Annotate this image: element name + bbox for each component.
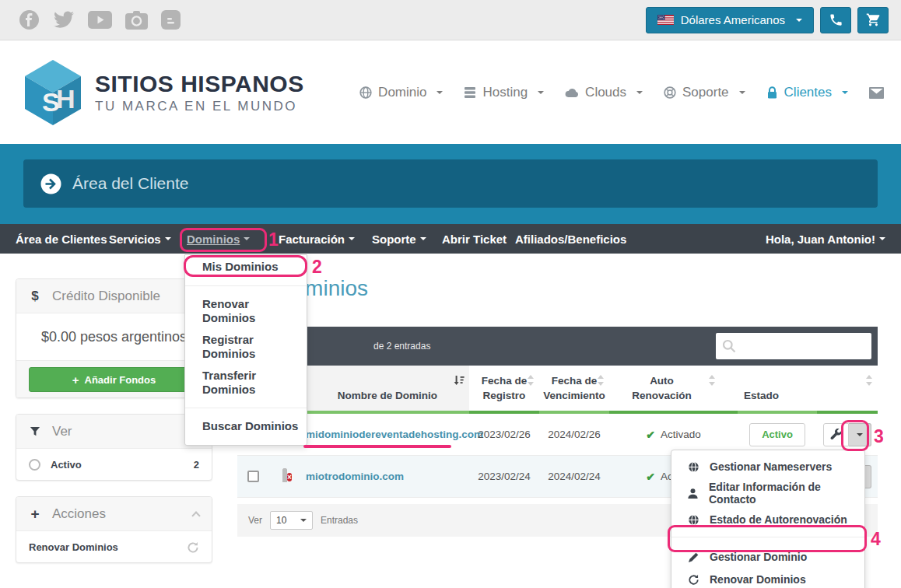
sort-desc-icon[interactable] xyxy=(454,375,465,390)
currency-selector[interactable]: Dólares Americanos xyxy=(646,7,814,33)
action-renovar-dominios[interactable]: Renovar Dominios xyxy=(16,531,212,563)
site-header: SH SITIOS HISPANOS TU MARCA EN EL MUNDO … xyxy=(0,41,901,144)
nav-dominio[interactable]: Dominio xyxy=(359,85,443,100)
row-checkbox-cell xyxy=(237,471,268,482)
header-estado[interactable]: Estado xyxy=(738,366,817,414)
row-lock-cell: × xyxy=(268,471,306,483)
actions-header: + Acciones xyxy=(16,497,212,531)
navbar-abrir-ticket[interactable]: Abrir Ticket xyxy=(442,224,507,254)
navbar-afiliados[interactable]: Afiliados/Beneficios xyxy=(515,224,626,254)
menu-item-renovar-dominios[interactable]: Renovar Dominios xyxy=(671,569,864,588)
domain-name-cell: midominiodereventadehosting.com xyxy=(306,429,469,440)
header-actions-column xyxy=(817,366,878,414)
nav-label: Clientes xyxy=(784,85,832,100)
page-size-value: 10 xyxy=(276,515,286,526)
chevron-down-icon xyxy=(165,237,171,243)
menu-item-gestionar-nameservers[interactable]: Gestionar Nameservers xyxy=(671,457,864,477)
domain-link[interactable]: miotrodominio.com xyxy=(306,471,404,482)
menu-item-registrar-dominios[interactable]: Registrar Dominios xyxy=(185,329,307,365)
chevron-down-icon xyxy=(739,91,745,97)
youtube-icon[interactable] xyxy=(88,11,112,29)
filter-icon xyxy=(29,426,41,437)
menu-item-editar-contacto[interactable]: Editar Información de Contacto xyxy=(671,477,864,509)
sort-updown-icon[interactable] xyxy=(597,375,605,390)
header-fecha-de-vencimiento[interactable]: Fecha de Vencimiento xyxy=(539,366,609,414)
add-funds-button[interactable]: + Añadir Fondos xyxy=(29,367,199,392)
navbar-dominios[interactable]: Dominios xyxy=(187,224,250,254)
cart-button[interactable] xyxy=(857,7,889,33)
nav-clientes[interactable]: Clientes xyxy=(766,85,848,100)
chevron-down-icon xyxy=(857,433,863,439)
nav-clouds[interactable]: Clouds xyxy=(565,85,643,100)
registered-date-cell: 2023/02/26 xyxy=(469,429,539,440)
menu-item-label: Estado de Autorenovación xyxy=(710,513,847,526)
dollar-icon: $ xyxy=(29,289,41,304)
credit-card: $ Crédito Disponible $0.00 pesos argenti… xyxy=(16,278,212,398)
navbar-soporte[interactable]: Soporte xyxy=(372,224,426,254)
phone-icon xyxy=(829,12,843,27)
sort-updown-icon[interactable] xyxy=(865,375,873,390)
menu-item-estado-autorenovacion[interactable]: Estado de Autorenovación xyxy=(671,509,864,530)
navbar-label: Área de Clientes xyxy=(16,233,107,246)
cloud-icon xyxy=(565,87,579,98)
menu-item-gestionar-dominio[interactable]: Gestionar Dominio xyxy=(671,544,864,569)
us-flag-icon xyxy=(657,15,674,25)
manage-wrench-button[interactable] xyxy=(823,423,849,446)
status-badge-button[interactable]: Activo xyxy=(749,423,805,446)
client-navbar: Área de Clientes Servicios Dominios Fact… xyxy=(0,224,901,254)
search-box xyxy=(716,333,871,359)
chevron-down-icon xyxy=(796,19,802,25)
chevron-up-icon[interactable] xyxy=(191,511,200,520)
header-label: Nombre de Dominio xyxy=(338,388,437,404)
user-greeting-menu[interactable]: Hola, Juan Antonio! xyxy=(766,224,885,254)
view-filter-header: Ver xyxy=(16,415,212,449)
client-area-banner: Área del Cliente xyxy=(0,144,901,224)
menu-item-buscar-dominios[interactable]: Buscar Dominios xyxy=(185,415,307,437)
page-size-select[interactable]: 10 xyxy=(270,511,313,530)
table-header: Nombre de Dominio Fecha de Registro Fech… xyxy=(237,366,878,414)
sort-updown-icon[interactable] xyxy=(708,375,716,390)
twitter-icon[interactable] xyxy=(53,11,75,30)
row-checkbox[interactable] xyxy=(247,471,259,482)
refresh-icon xyxy=(187,541,199,554)
header-fecha-de-registro[interactable]: Fecha de Registro xyxy=(469,366,539,414)
navbar-label: Afiliados/Beneficios xyxy=(515,233,626,246)
blogger-icon[interactable] xyxy=(161,10,181,30)
row-actions-dropdown-toggle[interactable] xyxy=(849,423,871,446)
menu-item-mis-dominios[interactable]: Mis Dominios xyxy=(185,255,307,278)
header-label: Estado xyxy=(744,388,779,404)
logo[interactable]: SH SITIOS HISPANOS TU MARCA EN EL MUNDO xyxy=(23,60,304,125)
chevron-down-icon xyxy=(879,237,885,243)
banner-title: Área del Cliente xyxy=(72,174,188,193)
credit-footer: + Añadir Fondos xyxy=(16,360,212,398)
auto-renew-label: Activado xyxy=(661,429,701,440)
instagram-camera-icon[interactable] xyxy=(125,11,148,30)
nav-soporte[interactable]: Soporte xyxy=(664,85,745,100)
phone-button[interactable] xyxy=(820,7,851,33)
domain-link[interactable]: midominiodereventadehosting.com xyxy=(306,429,483,440)
actions-card: + Acciones Renovar Dominios xyxy=(16,496,212,563)
header-auto-renovacion[interactable]: Auto Renovación xyxy=(609,366,738,414)
refresh-icon xyxy=(687,574,699,586)
navbar-facturacion[interactable]: Facturación xyxy=(279,224,355,254)
navbar-servicios[interactable]: Servicios xyxy=(109,224,171,254)
registered-date-cell: 2023/02/24 xyxy=(469,471,539,482)
search-icon xyxy=(722,339,736,353)
chevron-down-icon xyxy=(636,91,643,97)
nav-label: Hosting xyxy=(482,85,528,100)
header-nombre-de-dominio[interactable]: Nombre de Dominio xyxy=(306,366,469,414)
menu-item-renovar-dominios[interactable]: Renovar Dominios xyxy=(185,293,307,329)
actions-title: Acciones xyxy=(52,506,106,522)
radio-button[interactable] xyxy=(29,459,40,471)
nav-hosting[interactable]: Hosting xyxy=(464,85,544,100)
menu-item-transferir-dominios[interactable]: Transferir Dominios xyxy=(185,365,307,401)
sort-updown-icon[interactable] xyxy=(527,375,535,390)
facebook-icon[interactable] xyxy=(19,9,40,30)
filter-option-activo[interactable]: Activo 2 xyxy=(16,449,212,481)
search-input[interactable] xyxy=(741,341,865,352)
chevron-down-icon xyxy=(538,91,544,97)
nav-mail[interactable] xyxy=(869,87,884,99)
unlocked-red-lock-icon: × xyxy=(282,471,292,483)
sidebar: $ Crédito Disponible $0.00 pesos argenti… xyxy=(16,278,212,563)
navbar-area-de-clientes[interactable]: Área de Clientes xyxy=(16,224,107,254)
